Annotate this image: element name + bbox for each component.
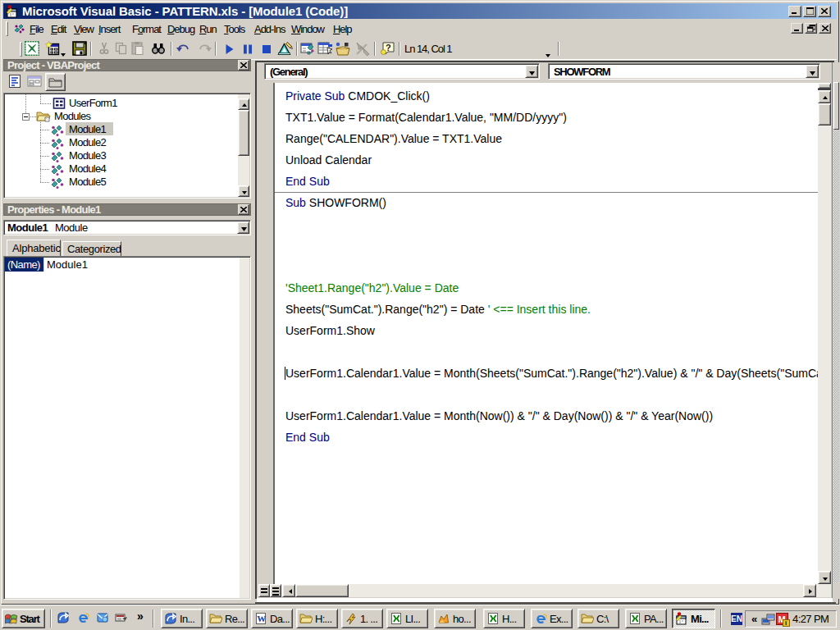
svg-text:i: i: [785, 619, 787, 627]
svg-text:?: ?: [386, 43, 391, 52]
svg-text:W: W: [257, 614, 266, 623]
